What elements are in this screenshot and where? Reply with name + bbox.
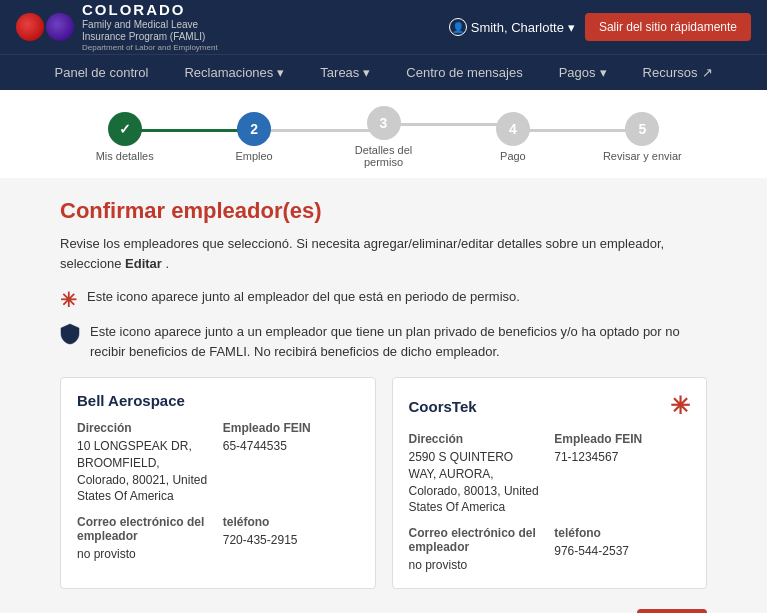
nav-mensajes-label: Centro de mensajes bbox=[406, 65, 522, 80]
nav-pagos-chevron: ▾ bbox=[600, 65, 607, 80]
email-label-1: Correo electrónico del empleador bbox=[77, 515, 213, 543]
info-text-1: Este icono aparece junto al empleador de… bbox=[87, 287, 520, 307]
fein-field-2: Empleado FEIN 71-1234567 bbox=[554, 432, 690, 516]
info-text-2: Este icono aparece junto a un empleador … bbox=[90, 322, 707, 361]
exit-button[interactable]: Salir del sitio rápidamente bbox=[585, 13, 751, 41]
employer-name-1: Bell Aerospace bbox=[77, 392, 185, 409]
logo-circles bbox=[16, 13, 74, 41]
employer-card-2: CoorsTek ✳ Dirección 2590 S QUINTERO WAY… bbox=[392, 377, 708, 589]
nav-recursos-label: Recursos bbox=[643, 65, 698, 80]
phone-field-2: teléfono 976-544-2537 bbox=[554, 526, 690, 574]
info-box-1: ✳ Este icono aparece junto al empleador … bbox=[60, 287, 707, 312]
info-box-2: Este icono aparece junto a un empleador … bbox=[60, 322, 707, 361]
nav-mensajes[interactable]: Centro de mensajes bbox=[388, 55, 540, 90]
address-field-2: Dirección 2590 S QUINTERO WAY, AURORA, C… bbox=[409, 432, 545, 516]
email-value-1: no provisto bbox=[77, 546, 213, 563]
address-label-1: Dirección bbox=[77, 421, 213, 435]
nav-reclamaciones[interactable]: Reclamaciones ▾ bbox=[166, 55, 302, 90]
step-5: 5 Revisar y enviar bbox=[578, 112, 707, 162]
progress-section: ✓ Mis detalles 2 Empleo 3 Detalles del p… bbox=[0, 90, 767, 178]
logo-famli2: Insurance Program (FAMLI) bbox=[82, 31, 218, 43]
email-label-2: Correo electrónico del empleador bbox=[409, 526, 545, 554]
subtitle: Revise los empleadores que seleccionó. S… bbox=[60, 234, 707, 273]
nav-reclamaciones-chevron: ▾ bbox=[277, 65, 284, 80]
address-field-1: Dirección 10 LONGSPEAK DR, BROOMFIELD, C… bbox=[77, 421, 213, 505]
main-content: Confirmar empleador(es) Revise los emple… bbox=[0, 178, 767, 613]
step-label-4: Pago bbox=[500, 150, 526, 162]
nav-recursos-external-icon: ↗ bbox=[702, 65, 713, 80]
nav-panel-control[interactable]: Panel de control bbox=[37, 55, 167, 90]
step-circle-5: 5 bbox=[625, 112, 659, 146]
user-name-label: Smith, Charlotte bbox=[471, 20, 564, 35]
top-bar: COLORADO Family and Medical Leave Insura… bbox=[0, 0, 767, 54]
card-asterisk-icon: ✳ bbox=[670, 392, 690, 420]
nav-pagos-label: Pagos bbox=[559, 65, 596, 80]
step-2: 2 Empleo bbox=[189, 112, 318, 162]
step-circle-2: 2 bbox=[237, 112, 271, 146]
phone-field-1: teléfono 720-435-2915 bbox=[223, 515, 359, 563]
step-1: ✓ Mis detalles bbox=[60, 112, 189, 162]
employer-card-header-1: Bell Aerospace bbox=[77, 392, 359, 409]
step-circle-1: ✓ bbox=[108, 112, 142, 146]
phone-label-1: teléfono bbox=[223, 515, 359, 529]
edit-button[interactable]: Editar bbox=[637, 609, 707, 613]
step-3: 3 Detalles del permiso bbox=[319, 106, 448, 168]
email-field-2: Correo electrónico del empleador no prov… bbox=[409, 526, 545, 574]
nav-recursos[interactable]: Recursos ↗ bbox=[625, 55, 731, 90]
address-value-1: 10 LONGSPEAK DR, BROOMFIELD, Colorado, 8… bbox=[77, 438, 213, 505]
card-fields-1: Dirección 10 LONGSPEAK DR, BROOMFIELD, C… bbox=[77, 421, 359, 563]
nav-tareas-label: Tareas bbox=[320, 65, 359, 80]
logo-circle-red bbox=[16, 13, 44, 41]
employer-card-1: Bell Aerospace Dirección 10 LONGSPEAK DR… bbox=[60, 377, 376, 589]
asterisk-icon: ✳ bbox=[60, 288, 77, 312]
nav-pagos[interactable]: Pagos ▾ bbox=[541, 55, 625, 90]
nav-panel-label: Panel de control bbox=[55, 65, 149, 80]
employer-card-header-2: CoorsTek ✳ bbox=[409, 392, 691, 420]
card-fields-2: Dirección 2590 S QUINTERO WAY, AURORA, C… bbox=[409, 432, 691, 574]
page-title: Confirmar empleador(es) bbox=[60, 198, 707, 224]
user-icon: 👤 bbox=[449, 18, 467, 36]
email-value-2: no provisto bbox=[409, 557, 545, 574]
logo-text: COLORADO Family and Medical Leave Insura… bbox=[82, 1, 218, 53]
step-circle-3: 3 bbox=[367, 106, 401, 140]
fein-label-1: Empleado FEIN bbox=[223, 421, 359, 435]
phone-value-1: 720-435-2915 bbox=[223, 532, 359, 549]
subtitle-bold: Editar bbox=[125, 256, 162, 271]
step-label-2: Empleo bbox=[235, 150, 272, 162]
step-label-1: Mis detalles bbox=[96, 150, 154, 162]
logo-dept: Department of Labor and Employment bbox=[82, 43, 218, 53]
logo-colorado: COLORADO bbox=[82, 1, 218, 19]
fein-value-1: 65-4744535 bbox=[223, 438, 359, 455]
subtitle-end: . bbox=[166, 256, 170, 271]
fein-value-2: 71-1234567 bbox=[554, 449, 690, 466]
step-label-3: Detalles del permiso bbox=[344, 144, 424, 168]
step-circle-4: 4 bbox=[496, 112, 530, 146]
logo-circle-purple bbox=[46, 13, 74, 41]
address-value-2: 2590 S QUINTERO WAY, AURORA, Colorado, 8… bbox=[409, 449, 545, 516]
main-nav: Panel de control Reclamaciones ▾ Tareas … bbox=[0, 54, 767, 90]
employer-name-2: CoorsTek bbox=[409, 398, 477, 415]
phone-value-2: 976-544-2537 bbox=[554, 543, 690, 560]
user-menu[interactable]: 👤 Smith, Charlotte ▾ bbox=[449, 18, 575, 36]
nav-tareas-chevron: ▾ bbox=[363, 65, 370, 80]
address-label-2: Dirección bbox=[409, 432, 545, 446]
user-dropdown-icon: ▾ bbox=[568, 20, 575, 35]
shield-icon bbox=[60, 323, 80, 348]
email-field-1: Correo electrónico del empleador no prov… bbox=[77, 515, 213, 563]
nav-reclamaciones-label: Reclamaciones bbox=[184, 65, 273, 80]
edit-area: Editar bbox=[60, 609, 707, 613]
phone-label-2: teléfono bbox=[554, 526, 690, 540]
employer-cards: Bell Aerospace Dirección 10 LONGSPEAK DR… bbox=[60, 377, 707, 589]
fein-field-1: Empleado FEIN 65-4744535 bbox=[223, 421, 359, 505]
top-right: 👤 Smith, Charlotte ▾ Salir del sitio ráp… bbox=[449, 13, 751, 41]
logo-area: COLORADO Family and Medical Leave Insura… bbox=[16, 1, 218, 53]
nav-tareas[interactable]: Tareas ▾ bbox=[302, 55, 388, 90]
step-label-5: Revisar y enviar bbox=[603, 150, 682, 162]
logo-famli: Family and Medical Leave bbox=[82, 19, 218, 31]
fein-label-2: Empleado FEIN bbox=[554, 432, 690, 446]
progress-steps: ✓ Mis detalles 2 Empleo 3 Detalles del p… bbox=[60, 106, 707, 168]
step-4: 4 Pago bbox=[448, 112, 577, 162]
